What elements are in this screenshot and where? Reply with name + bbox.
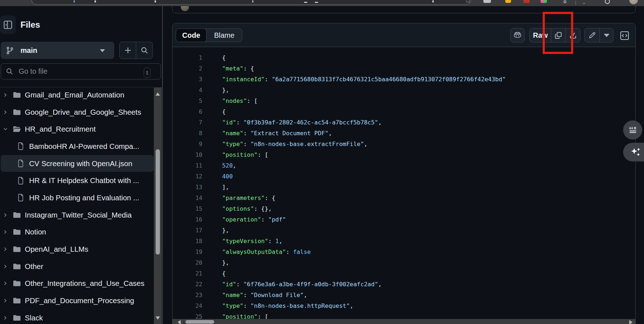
line-number[interactable]: 24 xyxy=(172,301,202,311)
go-to-file-placeholder: Go to file xyxy=(19,67,47,76)
line-number[interactable]: 1 xyxy=(172,53,202,63)
line-number[interactable]: 13 xyxy=(172,182,202,193)
ai-assistant-button[interactable] xyxy=(623,143,644,161)
tree-item-cv-screening-with-openai-json[interactable]: CV Screening with OpenAI.json xyxy=(1,155,154,172)
go-to-file-input[interactable]: Go to file t xyxy=(1,63,161,79)
line-number[interactable]: 3 xyxy=(172,74,202,85)
code-token: "Download File" xyxy=(250,292,304,298)
line-number[interactable]: 14 xyxy=(172,193,202,204)
code-token: false xyxy=(293,248,310,255)
line-number[interactable]: 7 xyxy=(172,117,202,128)
code-token: "id" xyxy=(222,119,236,126)
tree-item-bamboohr-ai-powered-compa[interactable]: BambooHR AI-Powered Compa... xyxy=(1,138,154,155)
tree-item-openai-and-llms[interactable]: OpenAI_and_LLMs xyxy=(1,241,154,258)
line-number[interactable]: 20 xyxy=(172,257,202,268)
line-number[interactable]: 4 xyxy=(172,85,202,96)
code-token: "options" xyxy=(222,205,254,212)
scroll-right-arrow-icon[interactable] xyxy=(629,320,632,324)
chevron-down-icon[interactable] xyxy=(3,127,8,132)
extension-gray-icon[interactable] xyxy=(483,0,491,3)
symbols-panel-button[interactable] xyxy=(620,31,630,41)
search-this-repo-button[interactable] xyxy=(136,42,152,59)
tree-item-other[interactable]: Other xyxy=(1,258,154,275)
line-number[interactable]: 10 xyxy=(172,150,202,160)
line-number[interactable]: 6 xyxy=(172,106,202,117)
browser-profile-avatar[interactable] xyxy=(629,0,638,4)
tree-item-label: BambooHR AI-Powered Compa... xyxy=(29,142,139,151)
chevron-right-icon[interactable] xyxy=(3,315,8,320)
chevron-right-icon[interactable] xyxy=(3,264,8,269)
chevron-right-icon[interactable] xyxy=(3,247,8,252)
branch-selector[interactable]: main xyxy=(1,42,114,59)
line-number[interactable]: 22 xyxy=(172,279,202,290)
line-number[interactable]: 23 xyxy=(172,290,202,301)
code-token: : xyxy=(243,302,250,309)
scroll-up-arrow-icon[interactable] xyxy=(156,92,160,96)
code-line: 12400 xyxy=(172,171,636,182)
line-number[interactable]: 21 xyxy=(172,268,202,279)
code-token: }, xyxy=(222,87,229,93)
chevron-right-icon[interactable] xyxy=(3,298,8,303)
bookmark-star-icon[interactable]: ☆ xyxy=(464,0,472,5)
tree-item-label: HR & IT Helpdesk Chatbot with ... xyxy=(29,176,139,185)
sidebar-scrollbar[interactable] xyxy=(154,87,162,324)
tree-item-google-drive-and-google-sheets[interactable]: Google_Drive_and_Google_Sheets xyxy=(1,104,154,121)
url-text-fragment xyxy=(155,0,156,3)
collapse-file-tree-button[interactable] xyxy=(0,15,16,34)
line-number[interactable]: 11 xyxy=(172,160,202,171)
profile-ring-icon[interactable] xyxy=(605,0,610,4)
line-number[interactable]: 16 xyxy=(172,214,202,225)
line-number[interactable]: 17 xyxy=(172,225,202,236)
extension-yellow-icon[interactable] xyxy=(505,0,511,3)
summarize-assistant-button[interactable] xyxy=(623,120,642,140)
add-file-button[interactable] xyxy=(120,42,136,59)
line-number[interactable]: 12 xyxy=(172,171,202,182)
line-number[interactable]: 15 xyxy=(172,204,202,214)
tree-item-pdf-and-document-processing[interactable]: PDF_and_Document_Processing xyxy=(1,292,154,309)
code-token: "6f76e3a6-a3be-4f9f-a0db-3f002eafc2ad" xyxy=(243,281,378,288)
code-scrollbar-thumb[interactable] xyxy=(185,320,214,324)
code-token: , xyxy=(328,130,332,137)
line-number[interactable]: 9 xyxy=(172,139,202,150)
scroll-down-arrow-icon[interactable] xyxy=(156,316,160,320)
code-token: ], xyxy=(222,184,229,191)
github-file-view: Files main xyxy=(0,0,644,324)
copilot-button[interactable] xyxy=(510,28,525,42)
chevron-right-icon[interactable] xyxy=(3,92,8,97)
line-number[interactable]: 5 xyxy=(172,96,202,106)
code-horizontal-scrollbar[interactable] xyxy=(172,319,635,324)
record-dot-icon[interactable] xyxy=(564,0,566,3)
line-number[interactable]: 18 xyxy=(172,236,202,247)
tree-item-other-integrations-and-use-cases[interactable]: Other_Integrations_and_Use_Cases xyxy=(1,275,154,292)
tree-item-instagram-twitter-social-media[interactable]: Instagram_Twitter_Social_Media xyxy=(1,206,154,224)
tree-action-buttons xyxy=(119,42,153,59)
code-token: : xyxy=(236,119,243,126)
chevron-right-icon[interactable] xyxy=(3,229,8,234)
code-line: 5"nodes": [ xyxy=(172,96,636,106)
tree-item-gmail-and-email-automation[interactable]: Gmail_and_Email_Automation xyxy=(1,87,154,104)
tree-item-hr-job-posting-and-evaluation[interactable]: HR Job Posting and Evaluation ... xyxy=(1,189,154,206)
address-bar[interactable] xyxy=(31,0,471,5)
chevron-right-icon[interactable] xyxy=(3,110,8,115)
line-number[interactable]: 2 xyxy=(172,63,202,74)
chevron-right-icon[interactable] xyxy=(3,213,8,218)
edit-dropdown-button[interactable] xyxy=(599,28,613,42)
line-number[interactable]: 8 xyxy=(172,128,202,139)
tab-code[interactable]: Code xyxy=(176,28,207,42)
tab-blame[interactable]: Blame xyxy=(207,29,242,42)
sidebar-scrollbar-thumb[interactable] xyxy=(156,149,160,255)
chevron-icon[interactable]: ⌄ xyxy=(582,1,586,4)
code-token: "type" xyxy=(222,302,243,309)
url-text-fragment xyxy=(74,0,75,3)
edit-file-button[interactable] xyxy=(585,28,599,42)
extension-pink-green-icon[interactable] xyxy=(540,0,547,3)
scroll-left-arrow-icon[interactable] xyxy=(178,320,181,324)
tree-item-hr-and-recruitment[interactable]: HR_and_Recruitment xyxy=(1,120,154,138)
tree-item-notion[interactable]: Notion xyxy=(1,224,154,241)
extension-red-icon[interactable] xyxy=(523,0,530,3)
tree-item-hr-it-helpdesk-chatbot-with[interactable]: HR & IT Helpdesk Chatbot with ... xyxy=(1,172,154,189)
line-number[interactable]: 19 xyxy=(172,247,202,257)
tree-item-slack[interactable]: Slack xyxy=(1,309,154,324)
chevron-right-icon[interactable] xyxy=(3,281,8,286)
code-line: 2"meta": { xyxy=(172,63,636,74)
